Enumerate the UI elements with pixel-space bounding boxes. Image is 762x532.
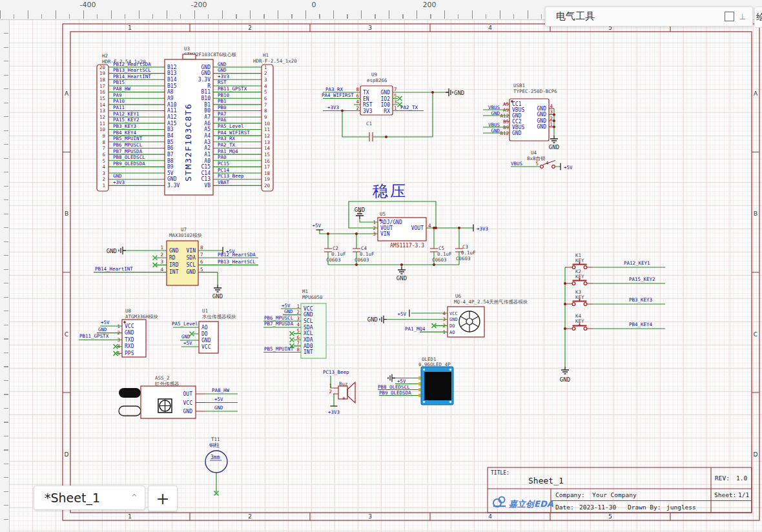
svg-text:MAX30102模块: MAX30102模块 (169, 232, 203, 238)
svg-text:RST: RST (218, 79, 227, 85)
svg-text:jungless: jungless (666, 504, 696, 511)
component-u8-atgm336h[interactable]: U8 ATGM336H模块 1 VCC 2 GND 3 TXD 4 RXD 5 … (79, 308, 159, 357)
component-u1-water-sensor[interactable]: U1 水位传感器模块 AODOGNDVCC PA5_Level GND +5V (172, 308, 236, 353)
svg-text:PB14_HeartINT: PB14_HeartINT (113, 74, 151, 79)
svg-text:20: 20 (99, 65, 106, 70)
svg-text:PA15_KEY2: PA15_KEY2 (113, 117, 139, 123)
svg-text:VCC: VCC (183, 400, 193, 406)
svg-text:PB12_HeartSDA: PB12_HeartSDA (113, 61, 151, 67)
svg-text:VCC: VCC (125, 323, 134, 329)
component-u7-max30102[interactable]: U7 MAX30102模块 1 GND VIN 8 2 RD SDA 7 3 I… (94, 227, 258, 300)
schematic-svg[interactable]: 12345 12345 ABCD ABCD H2 HDR-F-2.54_1x20… (0, 0, 762, 532)
svg-text:3.3V: 3.3V (167, 183, 180, 189)
svg-text:ASS_2: ASS_2 (155, 375, 170, 381)
draw-tools-panel-peek[interactable]: 绘 (754, 6, 762, 28)
svg-text:+: + (342, 395, 345, 401)
svg-text:PA11: PA11 (113, 105, 125, 110)
logo-text: 嘉立创EDA (509, 499, 553, 509)
svg-text:C1: C1 (366, 121, 372, 127)
svg-text:GND: GND (212, 293, 223, 300)
electrical-tools-panel[interactable]: 电气工具 ⊥ (545, 6, 753, 26)
svg-text:8: 8 (200, 245, 203, 251)
svg-text:B9: B9 (167, 164, 174, 170)
component-keys[interactable]: K1 KEY PA12_KEY1 K2 KEY PA15_KEY2 K3 KEY… (560, 252, 665, 383)
svg-text:8: 8 (102, 139, 105, 145)
svg-text:DO: DO (201, 331, 208, 337)
cap-c2: C20.1uFC0603 (326, 245, 346, 263)
panel-dock-icon[interactable]: ⊥ (739, 12, 746, 21)
component-usb1-typec[interactable]: USB1 TYPEC-250D-BCP6 A5 CC1 A9 VBUS VBUS… (483, 83, 559, 150)
component-t11-standoff[interactable]: T11 铜柱 3mm (205, 436, 227, 496)
component-h2-header[interactable]: H2 HDR-F-2.54_1x20 20 PB12_HeartSDA 19 P… (97, 53, 165, 191)
svg-text:A9: A9 (167, 96, 174, 101)
svg-text:INT: INT (169, 269, 179, 275)
svg-text:17: 17 (99, 83, 105, 89)
svg-text:GND: GND (169, 248, 179, 254)
chevron-up-icon[interactable]: ⌃ (130, 492, 138, 504)
component-u9-esp8266[interactable]: U9 esp8266 8 TX 6 EN 4 RST 2 3V3 7 GND 5… (322, 72, 464, 141)
component-buzzer[interactable]: PC13_Beep Buz 1 2 + +3V3 (323, 369, 355, 415)
svg-text:IO0: IO0 (381, 102, 391, 108)
svg-text:PA12_KEY1: PA12_KEY1 (113, 111, 139, 117)
component-u4-switch[interactable]: U4 8x8自锁 VBUS 5 4 +5V (511, 150, 573, 170)
component-ir-sensor[interactable]: ASS_2 红外传感器 OUTVCCGND PA8_HW +5V GND (119, 375, 238, 418)
svg-text:1: 1 (329, 383, 332, 389)
svg-text:GND: GND (167, 177, 177, 183)
svg-text:H1: H1 (263, 52, 269, 58)
svg-text:GND: GND (98, 327, 107, 332)
svg-text:铜柱: 铜柱 (209, 442, 220, 448)
svg-text:VBAT: VBAT (218, 179, 230, 185)
svg-text:0.1uF: 0.1uF (437, 251, 452, 257)
svg-text:TX: TX (363, 90, 369, 96)
svg-text:PA4_WIFIRST: PA4_WIFIRST (218, 130, 250, 136)
svg-text:12: 12 (264, 133, 270, 139)
svg-text:8: 8 (356, 87, 359, 92)
gnd-icon (388, 374, 395, 382)
svg-text:PA3_RX: PA3_RX (218, 136, 236, 141)
component-oled[interactable]: OLED1 0.96OLED_4P +5V PB8_OLEDSCL PB9_OL… (378, 356, 453, 405)
ruler-vertical (0, 19, 10, 532)
svg-text:PC14: PC14 (218, 167, 230, 173)
svg-text:PB1: PB1 (218, 98, 227, 104)
svg-text:12: 12 (99, 114, 105, 120)
svg-text:4: 4 (160, 267, 163, 272)
svg-text:TYPEC-250D-BCP6: TYPEC-250D-BCP6 (513, 88, 557, 94)
svg-text:+3V3: +3V3 (477, 226, 488, 232)
svg-text:PB10: PB10 (218, 92, 230, 98)
svg-text:A10: A10 (167, 102, 177, 108)
add-sheet-button[interactable]: + (148, 486, 178, 511)
svg-text:B6: B6 (167, 145, 174, 151)
component-m1-mpu6050[interactable]: M1 MPU6050 1 VCC 2 GND 3 SCL 4 SDA 5 XCL… (263, 289, 326, 358)
sheet-tab[interactable]: *Sheet_1 ⌃ (34, 486, 145, 510)
svg-text:3V3: 3V3 (363, 108, 373, 114)
svg-text:PB12_HeartSDA: PB12_HeartSDA (218, 252, 256, 258)
svg-text:IO2: IO2 (381, 96, 391, 102)
svg-text:B12: B12 (167, 65, 177, 70)
svg-text:GND: GND (284, 309, 293, 314)
svg-text:REV:: REV: (715, 475, 730, 482)
svg-text:11: 11 (264, 127, 270, 132)
svg-text:A5: A5 (204, 127, 211, 132)
svg-text:A12: A12 (167, 114, 177, 120)
svg-text:C13: C13 (201, 177, 211, 183)
svg-text:1: 1 (102, 183, 105, 189)
svg-text:GND: GND (537, 124, 547, 130)
section-regulator[interactable]: 稳压 U5 ADJ/GNDVOUTVIN VOUT 123 4 AMS1117-… (312, 182, 488, 281)
svg-text:PA15_KEY2: PA15_KEY2 (629, 276, 655, 282)
svg-text:GND: GND (304, 312, 313, 318)
svg-text:+3V3: +3V3 (113, 179, 125, 185)
svg-text:SCL: SCL (304, 318, 313, 324)
svg-text:PA2_TX: PA2_TX (400, 105, 418, 110)
svg-text:VBUS: VBUS (512, 107, 524, 113)
svg-text:1: 1 (160, 245, 163, 251)
svg-text:1: 1 (394, 105, 397, 111)
component-u6-mq4[interactable]: U6 MQ-4_4P_2.54天然气传感器模块 4 VCC 3 GND 2 DO… (367, 293, 528, 337)
gnd-icon (561, 367, 569, 374)
svg-text:PB11_GPSTX: PB11_GPSTX (79, 333, 109, 339)
svg-text:B10: B10 (201, 96, 211, 101)
svg-text:C0603: C0603 (326, 257, 341, 263)
component-h1-header[interactable]: H1 HDR-F-2.54_1x20 1 GND 2 GND 3 +3V3 4 … (213, 52, 297, 191)
svg-text:4: 4 (488, 513, 492, 520)
svg-text:GND: GND (449, 317, 458, 322)
panel-window-icon[interactable] (725, 12, 734, 21)
